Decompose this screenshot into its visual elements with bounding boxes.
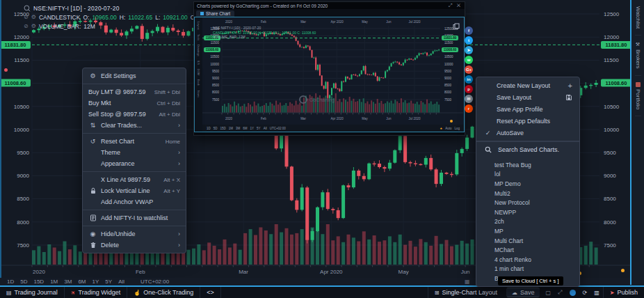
layout-menu-item-autosave[interactable]: ✓AutoSave: [476, 127, 579, 139]
context-menu-item-delete[interactable]: Delete›: [83, 240, 186, 251]
saved-chart-item-mchart[interactable]: MChart: [476, 245, 579, 255]
svg-text:8500: 8500: [17, 196, 29, 202]
svg-text:8000: 8000: [17, 219, 29, 226]
menu-item-label: Save Layout: [497, 94, 561, 101]
share-chart-preview-window[interactable]: Charts powered by GoCharting.com - Creat…: [193, 1, 465, 136]
trading-journal-button[interactable]: ▤Trading Journal: [0, 287, 65, 298]
saved-chart-item-multi-chart[interactable]: Multi Chart: [476, 236, 579, 246]
search-saved-charts-label: Search Saved Charts.: [498, 146, 559, 153]
context-menu-item-hide-unhide[interactable]: ◉Hide/Unhide›: [83, 228, 186, 240]
saved-chart-item-1-min-chart[interactable]: 1 min chart: [476, 265, 579, 274]
svg-text:Mar: Mar: [300, 20, 306, 24]
share-telegram-icon[interactable]: ➤: [465, 46, 473, 54]
bottom-toolbar-right: ⊞Single-Chart Layout☁Save▢⤢⟳▥➤Publish: [428, 287, 644, 298]
share-pinterest-icon[interactable]: p: [465, 85, 473, 93]
svg-text:9000: 9000: [17, 173, 29, 179]
sync-button[interactable]: ⟳: [579, 287, 591, 298]
-button[interactable]: <>: [200, 287, 221, 298]
square-button[interactable]: ▢: [542, 287, 555, 298]
saved-chart-item-mp[interactable]: MP: [476, 226, 579, 236]
context-menu-item-buy-lmt-9897-59[interactable]: Buy LMT @ 9897.59Shift + Dbl: [83, 86, 186, 97]
context-menu-item-reset-chart[interactable]: ↺Reset ChartHome: [83, 136, 186, 147]
camera-button[interactable]: [566, 287, 579, 298]
panel-tab-watchlist[interactable]: Watchlist: [635, 0, 641, 36]
expand-button[interactable]: ⤢: [554, 287, 565, 298]
hide-volume-icon[interactable]: ⊘: [24, 23, 29, 29]
timeframe-5y[interactable]: 5Y: [105, 279, 112, 285]
saved-chart-item-4-chart-renko[interactable]: 4 chart Renko: [476, 255, 579, 265]
context-menu-item-add-anchor-vwap[interactable]: Add Anchor VWAP: [83, 196, 186, 207]
low-value: 10921.00: [163, 14, 187, 21]
timeframe-all[interactable]: All: [118, 279, 124, 285]
single-chart-layout-button[interactable]: ⊞Single-Chart Layout: [428, 287, 504, 298]
trading-widget-button[interactable]: ✈Trading Widget: [65, 287, 127, 298]
svg-text:10000: 10000: [210, 63, 219, 66]
share-reddit-icon[interactable]: r: [465, 104, 473, 113]
layout-menu-item-create-new-layout[interactable]: Create New Layout+: [476, 79, 579, 91]
share-googleplus-icon[interactable]: G+: [465, 65, 473, 74]
svg-text:Jul 2020: Jul 2020: [408, 117, 421, 120]
context-menu-item-appearance[interactable]: Appearance›: [83, 158, 186, 169]
lock-icon: [88, 187, 97, 194]
layout-menu-item-save-app-profile[interactable]: Save App Profile: [476, 103, 579, 115]
timeframe-1d[interactable]: 1D: [7, 279, 14, 285]
layout-menu-item-reset-app-defaults[interactable]: Reset App Defaults: [476, 115, 579, 127]
context-menu-item-lock-vertical-line[interactable]: Lock Vertical LineAlt + Y: [83, 185, 186, 196]
series-settings-icon[interactable]: ⚙: [31, 14, 36, 20]
saved-chart-item-2ch[interactable]: 2ch: [476, 217, 579, 227]
copy-chart-icon[interactable]: [453, 23, 460, 30]
timeframe-3m[interactable]: 3M: [64, 279, 72, 285]
saved-chart-item-newpp[interactable]: NEWPP: [476, 207, 579, 217]
saved-chart-item-mp-demo[interactable]: MP Demo: [476, 179, 579, 189]
layout-menu-item-save-layout[interactable]: Save Layout: [476, 91, 579, 103]
saved-chart-item-multi2[interactable]: Multi2: [476, 189, 579, 198]
right-panel-tabs: Watchlist⚒BrokersPortfolio: [630, 0, 644, 285]
share-linkedin-icon[interactable]: in: [465, 75, 473, 84]
timeframe-1m[interactable]: 1M: [50, 279, 58, 285]
context-menu-item-edit-settings[interactable]: ⚙Edit Settings: [83, 70, 186, 81]
preview-legend: NSE:NIFTY-I [1D] - 2020-07-20 CANDLESTIC…: [213, 26, 316, 40]
search-saved-charts[interactable]: Search Saved Charts.: [476, 141, 579, 157]
hide-series-icon[interactable]: ⊘: [24, 14, 29, 20]
timeframe-6m[interactable]: 6M: [78, 279, 86, 285]
panel-tab-portfolio[interactable]: Portfolio: [635, 76, 641, 116]
svg-text:8500: 8500: [212, 84, 220, 87]
saved-chart-item-lol[interactable]: lol: [476, 170, 579, 180]
context-menu-item-add-nifty-i-to-watchlist[interactable]: Add NIFTY-I to watchlist: [83, 212, 186, 224]
columns-button[interactable]: ▥: [590, 287, 603, 298]
grid-settings-icon[interactable]: ▦: [465, 279, 470, 285]
saved-chart-item-test-thea-bug[interactable]: test Thea Bug: [476, 160, 579, 170]
button-label: Publish: [617, 289, 638, 296]
timeframe-1y[interactable]: 1Y: [92, 279, 99, 285]
svg-text:11500: 11500: [444, 41, 453, 45]
timeframe-5d[interactable]: 5D: [20, 279, 27, 285]
panel-tab-brokers[interactable]: ⚒Brokers: [635, 36, 641, 76]
share-whatsapp-icon[interactable]: w: [465, 56, 473, 64]
preview-timeframe-15d: 15D: [220, 127, 226, 130]
alert-dot: [4, 68, 8, 72]
svg-text:11008.60: 11008.60: [206, 48, 219, 52]
context-menu-item-x-line-at-9897-59[interactable]: X Line At 9897.59Alt + X: [83, 174, 186, 185]
share-chart-tab[interactable]: Share Chart: [196, 10, 234, 17]
preview-window-buttons[interactable]: ⤢ ✕: [449, 3, 462, 8]
one-click-trading-button[interactable]: ☝One-Click Trading: [127, 287, 200, 298]
preview-log: Log: [454, 127, 460, 130]
timezone-label[interactable]: UTC+02:00: [140, 279, 169, 285]
share-facebook-icon[interactable]: f: [465, 26, 473, 35]
saved-chart-item-new-protocol[interactable]: New Protocol: [476, 198, 579, 207]
context-menu-item-clear-trades[interactable]: ⇅Clear Trades...›: [83, 120, 186, 131]
volume-settings-icon[interactable]: ⚙: [31, 23, 36, 29]
share-email-icon[interactable]: ✉: [465, 95, 473, 103]
symbol-search-icon[interactable]: [24, 5, 31, 12]
timeframe-15d[interactable]: 15D: [33, 279, 44, 285]
publish-button[interactable]: ➤Publish: [603, 287, 644, 298]
sync-icon: ⟳: [583, 290, 588, 296]
context-menu-item-theme[interactable]: Theme›: [83, 147, 186, 158]
context-menu-item-sell-stop-9897-59[interactable]: Sell Stop @ 9897.59Alt + Dbl: [83, 109, 186, 120]
svg-text:11831.80: 11831.80: [606, 42, 627, 48]
share-twitter-icon[interactable]: t: [465, 36, 473, 45]
context-menu-item-buy-mkt[interactable]: Buy MktCtrl + Dbl: [83, 97, 186, 109]
svg-text:11831.80: 11831.80: [5, 42, 26, 48]
save-button[interactable]: ☁Save: [506, 288, 540, 297]
layout-menu-actions: Create New Layout+Save LayoutSave App Pr…: [476, 77, 579, 141]
